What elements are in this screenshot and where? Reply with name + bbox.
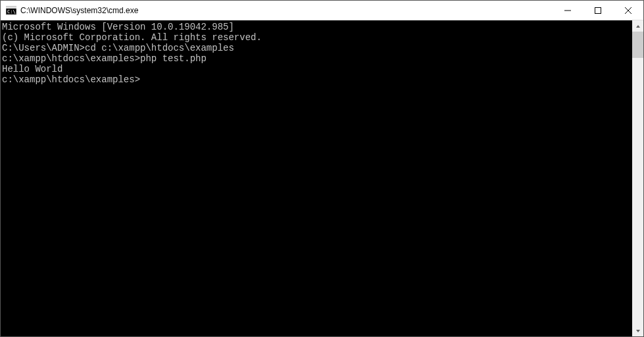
close-button[interactable] (613, 1, 643, 20)
command-text: php test.php (140, 53, 207, 64)
vertical-scrollbar[interactable] (632, 20, 643, 336)
cmd-icon: C:\ (6, 5, 16, 16)
console-line: c:\xampp\htdocs\examples> (2, 74, 632, 85)
cmd-window: C:\ C:\WINDOWS\system32\cmd.exe (0, 0, 644, 337)
titlebar[interactable]: C:\ C:\WINDOWS\system32\cmd.exe (1, 1, 643, 20)
console-line: C:\Users\ADMIN>cd c:\xampp\htdocs\exampl… (2, 43, 632, 53)
prompt: C:\Users\ADMIN> (2, 43, 85, 53)
scroll-down-button[interactable] (632, 325, 643, 336)
window-title: C:\WINDOWS\system32\cmd.exe (20, 6, 553, 15)
console-line: Microsoft Windows [Version 10.0.19042.98… (2, 22, 632, 32)
scroll-thumb[interactable] (632, 32, 643, 58)
console-line: (c) Microsoft Corporation. All rights re… (2, 32, 632, 43)
window-controls (553, 1, 643, 20)
svg-marker-7 (636, 25, 640, 28)
console-output[interactable]: Microsoft Windows [Version 10.0.19042.98… (1, 20, 632, 336)
svg-rect-4 (595, 7, 601, 13)
svg-text:C:\: C:\ (7, 9, 16, 14)
console-line: Hello World (2, 64, 632, 74)
command-text: cd c:\xampp\htdocs\examples (85, 43, 234, 53)
svg-marker-8 (636, 330, 640, 332)
console-area: Microsoft Windows [Version 10.0.19042.98… (1, 20, 643, 336)
scroll-track[interactable] (632, 32, 643, 325)
maximize-button[interactable] (583, 1, 613, 20)
prompt: c:\xampp\htdocs\examples> (2, 53, 140, 64)
prompt: c:\xampp\htdocs\examples> (2, 74, 140, 85)
console-line: c:\xampp\htdocs\examples>php test.php (2, 53, 632, 64)
minimize-button[interactable] (553, 1, 583, 20)
svg-rect-1 (6, 7, 16, 9)
scroll-up-button[interactable] (632, 20, 643, 32)
